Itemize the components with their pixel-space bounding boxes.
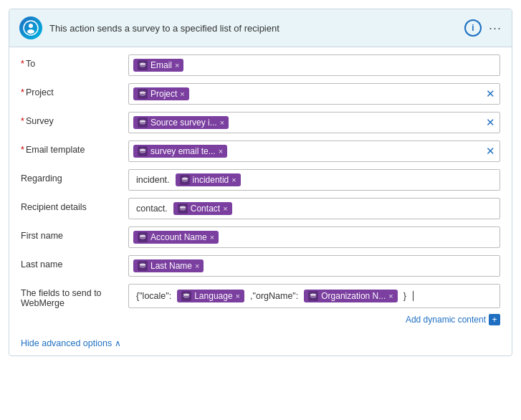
input-last-name[interactable]: Last Name × bbox=[128, 255, 500, 277]
chip-survey[interactable]: Source survey i... × bbox=[133, 116, 229, 129]
input-webmerge[interactable]: {"locale": Language × ,"orgName": Organi… bbox=[128, 284, 500, 308]
chip-label: Contact bbox=[191, 204, 220, 214]
dynamic-content-label: Add dynamic content bbox=[406, 315, 486, 325]
field-webmerge: The fields to send to WebMerge {"locale"… bbox=[21, 284, 500, 308]
label-email-template: *Email template bbox=[21, 140, 128, 155]
field-clear-icon[interactable]: ✕ bbox=[486, 145, 495, 158]
input-first-name[interactable]: Account Name × bbox=[128, 226, 500, 248]
svg-point-3 bbox=[140, 63, 145, 65]
chip-label: Organization N... bbox=[321, 291, 386, 301]
chip-email[interactable]: Email × bbox=[133, 59, 183, 72]
label-recipient-details: Recipient details bbox=[21, 198, 128, 212]
field-to: *To Email × bbox=[21, 54, 500, 77]
field-first-name: First name Account Name × bbox=[21, 226, 500, 249]
more-options-icon[interactable]: ··· bbox=[489, 21, 502, 36]
chip-label: Last Name bbox=[150, 261, 192, 271]
chip-label: Email bbox=[150, 60, 172, 70]
input-to[interactable]: Email × bbox=[128, 54, 500, 76]
chip-label: Source survey i... bbox=[150, 118, 217, 128]
prefix-locale: {"locale": bbox=[133, 290, 174, 302]
chip-close-icon[interactable]: × bbox=[388, 292, 393, 300]
card-title: This action sends a survey to a specifie… bbox=[49, 23, 457, 34]
svg-point-1 bbox=[29, 24, 33, 28]
card-header: This action sends a survey to a specifie… bbox=[9, 9, 512, 47]
svg-point-6 bbox=[140, 149, 145, 151]
svg-point-8 bbox=[180, 206, 186, 209]
field-regarding: Regarding incident. incidentid × bbox=[21, 169, 500, 192]
svg-point-5 bbox=[140, 120, 145, 123]
svg-point-9 bbox=[140, 235, 145, 237]
info-icon[interactable]: i bbox=[464, 19, 482, 37]
hide-advanced-label: Hide advanced options bbox=[21, 338, 112, 348]
app-logo bbox=[19, 16, 42, 39]
chip-db-icon bbox=[181, 291, 191, 301]
label-last-name: Last name bbox=[21, 255, 128, 269]
suffix-brace: } bbox=[401, 290, 409, 302]
label-first-name: First name bbox=[21, 226, 128, 241]
chip-close-icon[interactable]: × bbox=[210, 233, 214, 242]
chip-label: Language bbox=[194, 291, 232, 301]
input-email-template[interactable]: survey email te... × ✕ bbox=[128, 140, 500, 162]
prefix-incident: incident. bbox=[133, 173, 173, 186]
svg-point-11 bbox=[183, 294, 189, 296]
chip-db-icon bbox=[308, 291, 318, 301]
chip-close-icon[interactable]: × bbox=[219, 147, 223, 156]
field-clear-icon[interactable]: ✕ bbox=[486, 87, 495, 100]
svg-point-10 bbox=[140, 264, 145, 266]
chip-db-icon bbox=[178, 204, 188, 214]
svg-point-12 bbox=[310, 294, 316, 296]
input-survey[interactable]: Source survey i... × ✕ bbox=[128, 112, 500, 133]
chip-db-icon bbox=[138, 146, 148, 156]
chip-close-icon[interactable]: × bbox=[195, 262, 199, 270]
field-last-name: Last name Last Name × bbox=[21, 255, 500, 278]
chevron-up-icon: ∧ bbox=[115, 338, 121, 348]
chip-db-icon bbox=[138, 261, 148, 271]
cursor bbox=[413, 291, 414, 301]
chip-contact[interactable]: Contact × bbox=[173, 202, 232, 215]
chip-db-icon bbox=[180, 175, 190, 185]
chip-last-name[interactable]: Last Name × bbox=[133, 259, 204, 272]
chip-db-icon bbox=[138, 232, 148, 242]
chip-close-icon[interactable]: × bbox=[236, 292, 240, 300]
prefix-contact: contact. bbox=[133, 202, 171, 215]
chip-label: incidentid bbox=[193, 175, 229, 185]
add-dynamic-content[interactable]: Add dynamic content + bbox=[21, 314, 500, 325]
chip-db-icon bbox=[138, 89, 148, 99]
label-to: *To bbox=[21, 54, 128, 69]
label-regarding: Regarding bbox=[21, 169, 128, 183]
field-recipient-details: Recipient details contact. Contact × bbox=[21, 198, 500, 221]
label-project: *Project bbox=[21, 83, 128, 97]
input-regarding[interactable]: incident. incidentid × bbox=[128, 169, 500, 191]
field-survey: *Survey Source survey i... × ✕ bbox=[21, 112, 500, 135]
field-email-template: *Email template survey email te... × ✕ bbox=[21, 140, 500, 163]
chip-label: Account Name bbox=[150, 232, 207, 242]
chip-close-icon[interactable]: × bbox=[220, 118, 224, 127]
chip-db-icon bbox=[138, 118, 148, 128]
chip-account-name[interactable]: Account Name × bbox=[133, 231, 219, 244]
chip-project[interactable]: Project × bbox=[133, 87, 189, 100]
chip-label: survey email te... bbox=[150, 146, 216, 156]
chip-email-template[interactable]: survey email te... × bbox=[133, 145, 227, 158]
header-icons: i ··· bbox=[464, 19, 502, 37]
input-project[interactable]: Project × ✕ bbox=[128, 83, 500, 105]
field-project: *Project Project × ✕ bbox=[21, 83, 500, 106]
chip-language[interactable]: Language × bbox=[177, 290, 244, 302]
action-card: This action sends a survey to a specifie… bbox=[9, 9, 512, 356]
chip-close-icon[interactable]: × bbox=[223, 204, 227, 213]
field-clear-icon[interactable]: ✕ bbox=[486, 116, 495, 129]
chip-org-name[interactable]: Organization N... × bbox=[304, 290, 397, 302]
dynamic-plus-icon[interactable]: + bbox=[489, 314, 500, 325]
label-survey: *Survey bbox=[21, 112, 128, 126]
chip-close-icon[interactable]: × bbox=[231, 176, 236, 184]
form-body: *To Email × *Project bbox=[9, 47, 512, 333]
chip-close-icon[interactable]: × bbox=[175, 61, 179, 70]
hide-advanced-options[interactable]: Hide advanced options ∧ bbox=[9, 333, 512, 355]
svg-point-2 bbox=[27, 29, 34, 34]
chip-incidentid[interactable]: incidentid × bbox=[176, 173, 241, 186]
svg-point-4 bbox=[140, 92, 145, 94]
input-recipient-details[interactable]: contact. Contact × bbox=[128, 198, 500, 219]
prefix-orgname: ,"orgName": bbox=[247, 290, 301, 302]
chip-close-icon[interactable]: × bbox=[180, 90, 184, 98]
svg-point-7 bbox=[182, 178, 188, 180]
chip-label: Project bbox=[150, 89, 177, 99]
